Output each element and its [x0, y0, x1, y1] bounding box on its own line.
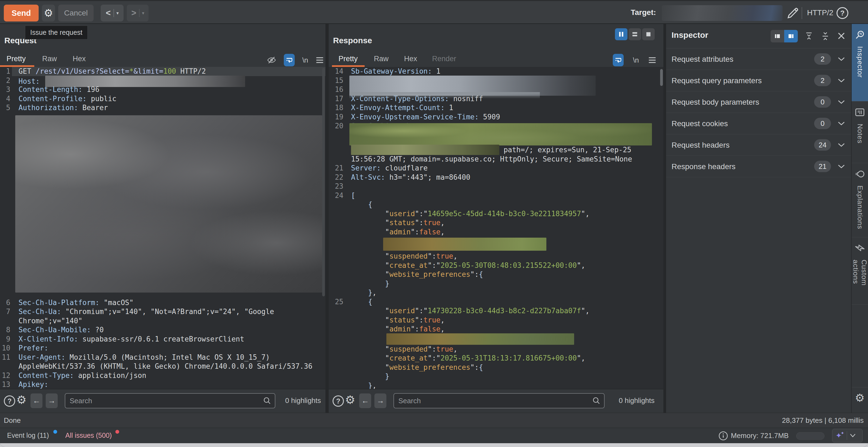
chevron-down-icon[interactable] — [838, 100, 845, 104]
line-number — [329, 334, 346, 345]
all-issues-badge-dot — [115, 430, 119, 434]
code-line — [329, 334, 663, 345]
event-log-badge-dot — [53, 430, 57, 434]
history-back-button[interactable]: < ▾ — [101, 5, 124, 22]
show-newlines-icon[interactable]: \n — [633, 56, 639, 64]
tab-hex[interactable]: Hex — [73, 55, 86, 63]
request-editor[interactable]: 1GET /rest/v1/Users?Select=*&limit=100 H… — [0, 67, 326, 389]
code-line: "suspended":true, — [329, 345, 663, 354]
event-log-link[interactable]: Event log (11) — [7, 432, 49, 439]
code-line: "suspended":true, — [329, 252, 663, 261]
dock-right-icon[interactable] — [784, 30, 798, 42]
history-forward-button[interactable]: > ▾ — [127, 5, 149, 22]
close-icon[interactable] — [836, 31, 846, 41]
inspector-section-request-attributes[interactable]: Request attributes2 — [666, 48, 851, 70]
prev-match-button[interactable]: ← — [359, 393, 371, 408]
side-tab-custom-actions[interactable]: Custom actions — [852, 237, 868, 305]
target-field-redacted[interactable] — [662, 5, 782, 21]
side-tab-label: Inspector — [856, 46, 864, 78]
collapse-all-icon[interactable] — [820, 32, 831, 41]
send-button[interactable]: Send — [4, 5, 39, 22]
editor-menu-icon[interactable] — [316, 57, 324, 64]
chevron-down-icon[interactable] — [838, 57, 845, 62]
inspector-dock-toggle[interactable] — [771, 30, 798, 42]
tab-pretty[interactable]: Pretty — [339, 55, 358, 63]
code-line: "status":true, — [329, 316, 663, 325]
search-help-icon[interactable]: ? — [332, 395, 344, 407]
code-line — [0, 112, 326, 298]
code-line: "admin":false, — [329, 228, 663, 237]
side-tab-label: Explanations — [856, 185, 864, 229]
side-tab-inspector[interactable]: Inspector — [852, 24, 868, 101]
line-number: 5 — [0, 103, 12, 112]
all-issues-link[interactable]: All issues (500) — [65, 432, 112, 439]
layout-single-icon[interactable] — [642, 28, 655, 40]
back-dropdown-icon[interactable]: ▾ — [114, 10, 121, 16]
expand-all-icon[interactable] — [804, 32, 814, 41]
inspector-section-request-body-parameters[interactable]: Request body parameters0 — [666, 91, 851, 113]
code-line: "create_at":"2025-05-31T18:13:17.816675+… — [329, 354, 663, 363]
status-bar: Done 28,377 bytes | 6,108 millis — [0, 413, 868, 428]
code-line: 19X-Envoy-Upstream-Service-Time: 5909 — [329, 112, 663, 122]
help-icon[interactable]: ? — [836, 6, 849, 20]
tab-hex[interactable]: Hex — [404, 55, 417, 63]
forward-dropdown-icon[interactable]: ▾ — [140, 10, 147, 16]
layout-rows-icon[interactable] — [628, 28, 641, 40]
request-settings-gear-icon[interactable]: ⚙ — [42, 5, 55, 22]
response-metrics: 28,377 bytes | 6,108 millis — [782, 416, 864, 425]
response-editor[interactable]: 14Sb-Gateway-Version: 1151617X-Content-T… — [329, 67, 663, 389]
search-help-icon[interactable]: ? — [3, 395, 16, 407]
search-input[interactable] — [65, 393, 275, 408]
editor-menu-icon[interactable] — [648, 57, 656, 64]
prev-match-button[interactable]: ← — [30, 393, 42, 408]
chevron-down-icon — [849, 433, 856, 438]
tab-pretty[interactable]: Pretty — [6, 55, 26, 63]
settings-gear-icon[interactable]: ⚙ — [852, 391, 868, 404]
inspector-section-request-headers[interactable]: Request headers24 — [666, 134, 851, 156]
request-scrollbar[interactable] — [322, 68, 325, 296]
code-line: 18X-Envoy-Attempt-Count: 1 — [329, 103, 663, 112]
code-line: path=/; expires=Sun, 21-Sep-25 — [329, 145, 663, 155]
line-number — [329, 145, 346, 155]
tab-raw[interactable]: Raw — [374, 55, 389, 63]
search-input[interactable] — [394, 393, 604, 408]
search-icon — [263, 397, 272, 405]
line-number: 17 — [329, 94, 346, 104]
inspector-section-request-query-parameters[interactable]: Request query parameters2 — [666, 70, 851, 91]
chevron-down-icon[interactable] — [838, 78, 845, 83]
inspector-section-response-headers[interactable]: Response headers21 — [666, 156, 851, 177]
line-number: 1 — [0, 67, 12, 76]
top-toolbar: Send ⚙ Cancel < ▾ > ▾ Target: HTTP/2 ? — [0, 0, 868, 24]
inspector-section-request-cookies[interactable]: Request cookies0 — [666, 113, 851, 134]
side-tab-notes[interactable]: Notes — [852, 101, 868, 163]
code-line: "userid":"14659e5c-45dd-414b-b3c0-3e2211… — [329, 209, 663, 218]
side-tab-explanations[interactable]: Explanations — [852, 163, 868, 237]
show-newlines-icon[interactable]: \n — [302, 56, 308, 64]
hide-nonprinting-eye-icon[interactable] — [267, 56, 276, 65]
layout-columns-icon[interactable] — [615, 28, 627, 40]
cancel-button[interactable]: Cancel — [58, 5, 94, 22]
next-match-button[interactable]: → — [46, 393, 58, 408]
search-settings-gear-icon[interactable]: ⚙ — [16, 393, 27, 407]
chevron-down-icon[interactable] — [838, 142, 845, 147]
word-wrap-icon[interactable] — [284, 54, 295, 66]
chevron-down-icon[interactable] — [838, 121, 845, 126]
chevron-down-icon[interactable] — [838, 164, 845, 169]
panel-divider[interactable] — [663, 24, 666, 413]
ai-assistant-button[interactable]: ✦ ✦ — [832, 429, 863, 442]
tab-raw[interactable]: Raw — [42, 55, 57, 63]
code-line: "status":true, — [329, 218, 663, 228]
next-match-button[interactable]: → — [374, 393, 386, 408]
line-number — [329, 316, 346, 325]
code-line: }, — [329, 288, 663, 298]
edit-target-pencil-icon[interactable] — [786, 6, 800, 20]
response-panel: Response PrettyRawHexRender \n 14Sb-Gate… — [329, 24, 663, 389]
word-wrap-icon[interactable] — [613, 54, 624, 66]
search-settings-gear-icon[interactable]: ⚙ — [345, 393, 355, 407]
response-scrollbar[interactable] — [660, 69, 663, 86]
line-number: 2 — [0, 76, 12, 85]
dock-left-icon[interactable] — [771, 30, 784, 42]
panel-divider[interactable] — [326, 24, 329, 413]
line-number — [329, 200, 346, 209]
line-number — [329, 228, 346, 237]
